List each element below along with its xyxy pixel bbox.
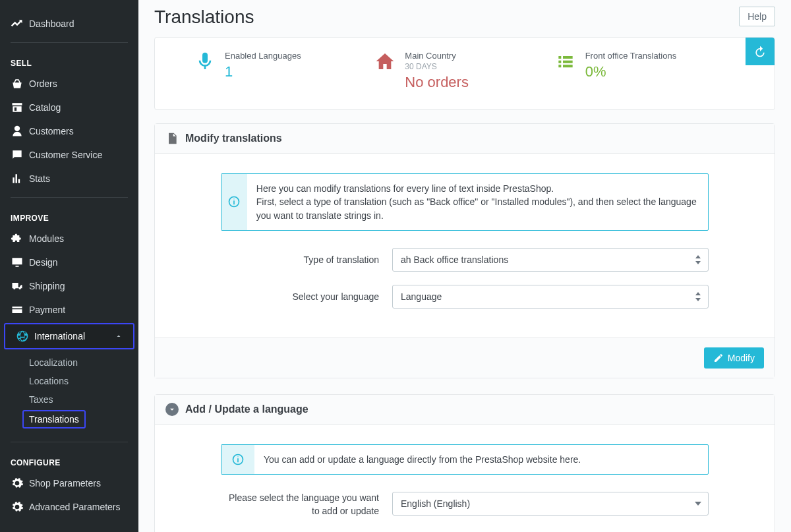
add-language-select[interactable]: English (English) [392,492,709,516]
page-title: Translations [154,7,254,28]
sidebar-item-label: Shipping [29,281,65,291]
sidebar-section-improve: IMPROVE [0,204,138,227]
bar-chart-icon [11,172,24,185]
type-of-translation-row: Type of translation ah Back office trans… [221,248,709,272]
type-of-translation-select[interactable]: ah Back office translations [392,248,709,272]
refresh-button[interactable] [746,38,775,65]
sidebar-item-label: Dashboard [29,18,74,29]
modify-button[interactable]: Modify [704,347,764,369]
sidebar-item-customers[interactable]: Customers [0,119,138,143]
add-update-language-panel: Add / Update a language You can add or u… [154,394,775,532]
sidebar-section-configure: CONFIGURE [0,449,138,471]
sidebar-item-modules[interactable]: Modules [0,227,138,251]
sidebar-item-label: Advanced Parameters [29,502,121,512]
info-icon [221,174,247,230]
sidebar-item-shop-parameters[interactable]: Shop Parameters [0,471,138,495]
sidebar-item-payment[interactable]: Payment [0,298,138,322]
panel-header: Modify translations [155,124,775,154]
info-text: You can add or update a language directl… [254,445,590,474]
sidebar-item-dashboard[interactable]: Dashboard [0,12,138,36]
sidebar-item-label: Catalog [29,102,61,113]
kpi-value: 1 [225,63,301,80]
divider [11,442,128,442]
svg-point-2 [234,199,235,200]
kpi-sub: 30 DAYS [405,62,469,71]
select-value: English (English) [401,498,470,509]
trending-up-icon [11,17,24,30]
add-select-label: Please select the language you want to a… [221,492,392,517]
sidebar-item-advanced-parameters[interactable]: Advanced Parameters [0,495,138,519]
sidebar-item-shipping[interactable]: Shipping [0,274,138,298]
sidebar: Dashboard SELL Orders Catalog Customers … [0,0,138,532]
divider [11,197,128,198]
sidebar-item-orders[interactable]: Orders [0,72,138,96]
sidebar-subitem-locations[interactable]: Locations [0,372,138,390]
home-icon [374,51,396,72]
select-language-row: Select your language Language [221,285,709,309]
svg-point-5 [237,456,238,457]
kpi-value: 0% [585,63,677,80]
lang-label: Select your language [221,291,392,302]
sidebar-subitem-translations[interactable]: Translations [22,410,86,429]
type-label: Type of translation [221,254,392,265]
credit-card-icon [11,303,24,316]
chevron-down-icon [165,403,179,416]
sidebar-item-label: Design [29,257,58,268]
kpi-value: No orders [405,74,469,91]
basket-icon [11,77,24,90]
sidebar-item-label: International [34,331,85,341]
chat-icon [11,148,24,162]
modify-translations-panel: Modify translations Here you can modify … [154,123,775,378]
sidebar-item-international[interactable]: International [4,323,134,349]
truck-icon [11,280,24,293]
sidebar-item-label: Orders [29,78,57,89]
kpi-label: Front office Translations [585,51,677,61]
document-icon [165,132,179,145]
kpi-main-country: Main Country 30 DAYS No orders [374,51,554,91]
divider [11,42,128,43]
sidebar-subitems-international: Localization Locations Taxes Translation… [0,351,138,435]
sidebar-subitem-localization[interactable]: Localization [0,353,138,372]
kpi-label: Main Country [405,51,469,61]
sidebar-item-design[interactable]: Design [0,251,138,274]
info-icon [221,445,254,474]
select-language-select[interactable]: Language [392,285,709,309]
puzzle-icon [11,232,24,245]
sidebar-item-customer-service[interactable]: Customer Service [0,143,138,167]
kpi-card: Enabled Languages 1 Main Country 30 DAYS… [154,37,775,110]
panel-title: Modify translations [185,133,282,144]
sidebar-item-label: Modules [29,233,64,244]
sidebar-item-label: Customers [29,126,74,136]
kpi-front-office: Front office Translations 0% [555,51,735,91]
sidebar-item-label: Stats [29,173,50,184]
chevron-up-icon [115,332,123,340]
sidebar-subitem-taxes[interactable]: Taxes [0,390,138,409]
button-label: Modify [728,353,755,363]
panel-header: Add / Update a language [155,395,775,425]
sidebar-item-catalog[interactable]: Catalog [0,96,138,119]
microphone-icon [194,51,216,72]
select-value: Back office translations [413,254,508,265]
user-icon [11,125,24,138]
info-box: You can add or update a language directl… [221,444,709,475]
main-content: Translations Help Enabled Languages 1 [138,0,791,532]
gear-icon [11,477,24,490]
refresh-icon [753,45,767,58]
info-text: Here you can modify translations for eve… [247,174,708,230]
kpi-enabled-languages: Enabled Languages 1 [194,51,374,91]
help-button[interactable]: Help [739,7,775,26]
kpi-label: Enabled Languages [225,51,301,61]
page-header: Translations Help [138,0,791,37]
panel-title: Add / Update a language [185,403,308,415]
list-icon [555,51,576,72]
select-value: Language [401,291,442,302]
info-box: Here you can modify translations for eve… [221,173,709,231]
sidebar-section-sell: SELL [0,49,138,72]
globe-icon [16,330,29,343]
monitor-icon [11,256,24,269]
pencil-icon [713,353,724,363]
panel-footer: Modify [155,338,775,378]
sort-caret-icon [695,255,701,264]
sliders-icon [11,500,24,514]
sidebar-item-stats[interactable]: Stats [0,167,138,191]
